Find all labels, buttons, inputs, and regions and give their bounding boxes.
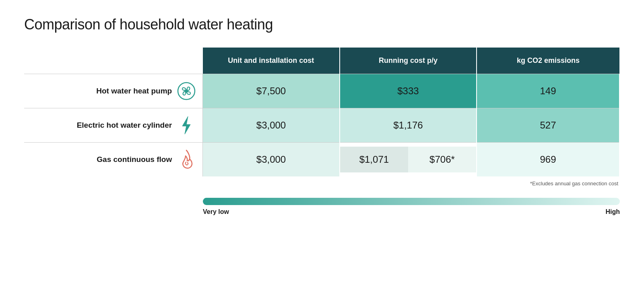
row-label-text: Hot water heat pump — [96, 87, 172, 95]
co2-cell-1: 527 — [477, 108, 619, 143]
gradient-label-low: Very low — [203, 208, 229, 216]
label-content: Hot water heat pump — [31, 81, 196, 101]
gradient-bar — [203, 198, 620, 205]
running-cost-cell-2: $1,071 $706* — [340, 143, 477, 177]
unit-cost-cell-1: $3,000 — [203, 108, 340, 143]
running-cost-cell-1: $1,176 — [340, 108, 477, 143]
unit-cost-cell-0: $7,500 — [203, 74, 340, 108]
table-row: Hot water heat pump $7,500$333149 — [24, 74, 619, 108]
row-label-0: Hot water heat pump — [24, 74, 203, 108]
row-label-text: Gas continuous flow — [97, 155, 172, 164]
table-wrapper: Unit and installation cost Running cost … — [24, 48, 620, 187]
th-empty — [24, 48, 203, 74]
table-body: Hot water heat pump $7,500$333149 Electr… — [24, 74, 619, 177]
th-co2: kg CO2 emissions — [477, 48, 619, 74]
bolt-icon — [177, 116, 196, 135]
co2-cell-0: 149 — [477, 74, 619, 108]
running-cost-alt: $706* — [408, 147, 476, 172]
running-cost-primary: $1,071 — [340, 147, 408, 172]
label-content: Electric hot water cylinder — [31, 116, 196, 135]
flame-icon — [177, 150, 196, 169]
svg-marker-2 — [182, 116, 190, 134]
page-title: Comparison of household water heating — [24, 16, 620, 33]
page-container: Comparison of household water heating Un… — [24, 16, 620, 216]
th-unit-cost: Unit and installation cost — [203, 48, 340, 74]
co2-cell-2: 969 — [477, 143, 619, 177]
running-cost-cell-0: $333 — [340, 74, 477, 108]
row-label-2: Gas continuous flow — [24, 143, 203, 177]
unit-cost-cell-2: $3,000 — [203, 143, 340, 177]
fan-icon — [177, 81, 196, 101]
label-content: Gas continuous flow — [31, 150, 196, 169]
comparison-table: Unit and installation cost Running cost … — [24, 48, 620, 176]
row-label-1: Electric hot water cylinder — [24, 108, 203, 143]
table-header-row: Unit and installation cost Running cost … — [24, 48, 619, 74]
table-row: Electric hot water cylinder $3,000$1,176… — [24, 108, 619, 143]
footnote: *Excludes annual gas connection cost — [24, 180, 620, 187]
gradient-section: Very low High — [24, 198, 620, 216]
gradient-label-high: High — [605, 208, 620, 216]
row-label-text: Electric hot water cylinder — [77, 121, 172, 130]
split-inner: $1,071 $706* — [340, 147, 476, 172]
gradient-labels: Very low High — [203, 208, 620, 216]
table-row: Gas continuous flow $3,000 $1,071 $706* … — [24, 143, 619, 177]
th-running-cost: Running cost p/y — [340, 48, 477, 74]
